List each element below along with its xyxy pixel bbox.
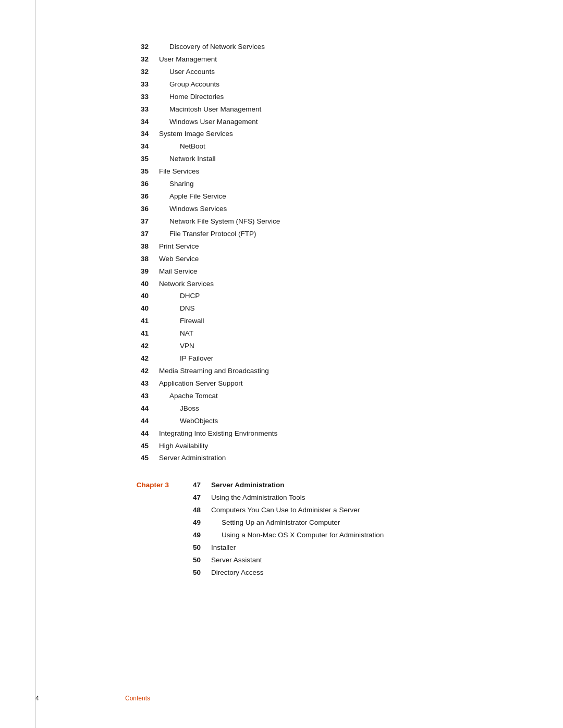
entry-text: User Accounts [159,67,500,78]
entry-text: Print Service [159,241,500,252]
toc-row: 35Network Install [125,154,500,165]
page-number: 42 [125,353,149,364]
entry-text: Macintosh User Management [159,104,500,115]
page-number: 32 [125,54,149,65]
page-number: 49 [177,517,201,528]
toc-row: 33Home Directories [125,92,500,103]
entry-text: Computers You Can Use to Administer a Se… [211,505,500,516]
page-number: 40 [125,291,149,302]
entry-text: High Availability [159,441,500,452]
page-number: 40 [125,303,149,314]
page-number: 35 [125,154,149,165]
chapter-rows: 47Server Administration47Using the Admin… [177,480,500,579]
entry-text: WebObjects [159,416,500,427]
page-number: 49 [177,530,201,541]
entry-text: DNS [159,303,500,314]
entry-text: File Transfer Protocol (FTP) [159,229,500,240]
left-rule [35,0,36,728]
page-number: 44 [125,403,149,414]
toc-row: 44WebObjects [125,416,500,427]
toc-row: 44JBoss [125,403,500,414]
chapter-toc-row: 50Installer [177,542,500,553]
entry-text: Sharing [159,179,500,190]
entry-text: Using the Administration Tools [211,492,500,503]
chapter-toc-row: 50Server Assistant [177,555,500,566]
page-number: 45 [125,441,149,452]
toc-row: 38Print Service [125,241,500,252]
entry-text: Integrating Into Existing Environments [159,428,500,439]
entry-text: Group Accounts [159,79,500,90]
toc-row: 33Macintosh User Management [125,104,500,115]
entry-text: Application Server Support [159,378,500,389]
toc-row: 32Discovery of Network Services [125,42,500,53]
entry-text: Windows User Management [159,117,500,128]
page-number: 44 [125,428,149,439]
chapter-toc-row: 49Setting Up an Administrator Computer [177,517,500,528]
entry-text: VPN [159,341,500,352]
page-number: 50 [177,555,201,566]
page-number: 38 [125,241,149,252]
page-number: 50 [177,542,201,553]
entry-text: DHCP [159,291,500,302]
entry-text: Server Administration [211,480,285,491]
toc-row: 41Firewall [125,316,500,327]
toc-row: 36Apple File Service [125,191,500,202]
page-number: 32 [125,42,149,53]
page-number: 34 [125,117,149,128]
page-number: 42 [125,341,149,352]
footer-contents-label: Contents [125,695,150,702]
page-number: 48 [177,505,201,516]
toc-row: 37Network File System (NFS) Service [125,216,500,227]
page-number: 41 [125,316,149,327]
toc-row: 42IP Failover [125,353,500,364]
chapter-toc-row: 47Server Administration [177,480,500,491]
toc-row: 36Sharing [125,179,500,190]
page-number: 45 [125,453,149,464]
page-container: 32Discovery of Network Services32User Ma… [0,0,563,728]
chapter-3-section: Chapter 347Server Administration47Using … [125,480,500,579]
entry-text: Server Administration [159,453,500,464]
page-number: 41 [125,328,149,339]
toc-row: 34System Image Services [125,129,500,140]
entry-text: Server Assistant [211,555,500,566]
toc-row: 37File Transfer Protocol (FTP) [125,229,500,240]
toc-row: 39Mail Service [125,266,500,277]
chapter-toc-row: 48Computers You Can Use to Administer a … [177,505,500,516]
entry-text: Directory Access [211,567,500,578]
page-number: 33 [125,104,149,115]
toc-row: 41NAT [125,328,500,339]
entry-text: Discovery of Network Services [159,42,500,53]
entry-text: Media Streaming and Broadcasting [159,366,500,377]
entry-text: Apple File Service [159,191,500,202]
toc-content: 32Discovery of Network Services32User Ma… [125,42,500,580]
page-number: 33 [125,92,149,103]
entry-text: File Services [159,166,500,177]
entry-text: User Management [159,54,500,65]
page-number: 34 [125,129,149,140]
toc-row: 44Integrating Into Existing Environments [125,428,500,439]
page-number: 36 [125,191,149,202]
toc-row: 32User Accounts [125,67,500,78]
entry-text: Home Directories [159,92,500,103]
toc-row: 36Windows Services [125,204,500,215]
entry-text: Installer [211,542,500,553]
entry-text: Network File System (NFS) Service [159,216,500,227]
entry-text: Firewall [159,316,500,327]
page-number: 40 [125,279,149,290]
entry-text: JBoss [159,403,500,414]
page-number: 35 [125,166,149,177]
page-number: 50 [177,567,201,578]
entry-text: Setting Up an Administrator Computer [211,517,500,528]
page-number: 36 [125,204,149,215]
toc-row: 35File Services [125,166,500,177]
page-number: 47 [177,480,201,491]
page-number: 39 [125,266,149,277]
entry-text: NAT [159,328,500,339]
toc-row: 40Network Services [125,279,500,290]
entry-text: Windows Services [159,204,500,215]
page-number: 37 [125,229,149,240]
entry-text: Apache Tomcat [159,391,500,402]
toc-row: 40DHCP [125,291,500,302]
entry-text: Network Services [159,279,500,290]
toc-row: 32User Management [125,54,500,65]
